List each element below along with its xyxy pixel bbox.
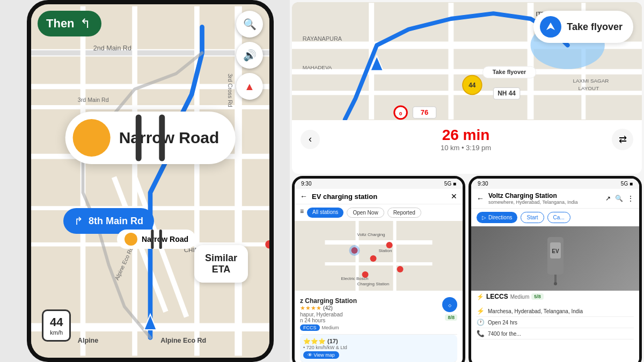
- route-options-button[interactable]: ⇄: [612, 129, 633, 150]
- directions-icon[interactable]: ⬦: [442, 297, 457, 312]
- phone1-status-bar: 9:30 5G ■: [295, 179, 463, 189]
- nav-info: ‹ 26 min 10 km • 3:19 pm ⇄: [292, 120, 642, 158]
- charging-station-list: z Charging Station ★★★★ (42) hapur, Hyde…: [295, 291, 463, 362]
- view-map-button[interactable]: 👁 View map: [303, 351, 339, 359]
- svg-text:LAXMI SAGAR: LAXMI SAGAR: [573, 78, 609, 84]
- phone1-time: 9:30: [301, 181, 311, 187]
- similar-eta-line2: ETA: [205, 264, 237, 275]
- leccs-name: LECCS: [486, 293, 508, 300]
- svg-point-60: [370, 255, 377, 262]
- travel-time-info: 26 min 10 km • 3:19 pm: [441, 127, 491, 152]
- back-button[interactable]: ‹: [301, 130, 320, 149]
- clock-icon: 🕐: [477, 319, 485, 326]
- svg-point-72: [554, 282, 557, 285]
- svg-point-64: [349, 245, 360, 256]
- svg-text:Alpine: Alpine: [78, 337, 98, 344]
- station-image: EV: [471, 226, 639, 291]
- station1-name: z Charging Station: [300, 297, 357, 305]
- call-button[interactable]: Ca...: [547, 212, 570, 223]
- phone2-signal: 5G ■: [621, 181, 633, 187]
- route-options-icon: ⇄: [619, 134, 627, 145]
- phone2-status-bar: 9:30 5G ■: [471, 179, 639, 189]
- detail-hours: Open 24 hrs: [488, 320, 517, 326]
- phone2-topbar: ← Voltz Charging Station somewhere, Hyde…: [471, 189, 639, 209]
- station1-badge: FCCS: [300, 324, 320, 331]
- filter-icon: ≡: [300, 208, 304, 218]
- bolt-icon: ⚡: [477, 293, 484, 300]
- svg-text:Voltz Charging: Voltz Charging: [357, 232, 385, 237]
- phone1-close-button[interactable]: ✕: [451, 192, 457, 201]
- svg-text:76: 76: [421, 108, 428, 116]
- similar-eta-line1: Similar: [205, 253, 237, 264]
- station1-hours: n 24 hours: [300, 317, 357, 323]
- nav-map: NH 44 44 Take flyover RAYANAPURA MAHADEV…: [292, 2, 642, 120]
- more-icon[interactable]: ⋮: [627, 195, 634, 202]
- ev-charging-phone: 9:30 5G ■ ← EV charging station ✕ ≡ All …: [292, 176, 465, 362]
- phone1-title: EV charging station: [312, 193, 447, 201]
- svg-point-61: [386, 242, 393, 248]
- speed-value: 44: [50, 315, 63, 329]
- station1-address: hapur, Hyderabad: [300, 312, 357, 317]
- narrow-marker-icon: [125, 233, 137, 246]
- flyover-label: Take flyover: [567, 21, 623, 33]
- left-panel: 2nd Main Rd 3rd Main Rd Alpine Eco Rd Al…: [0, 0, 290, 362]
- detail-row-phone: 📞 7400 for the...: [477, 328, 634, 339]
- chip-open-now[interactable]: Open Now: [347, 208, 384, 218]
- main-map: 2nd Main Rd 3rd Main Rd Alpine Eco Rd Al…: [31, 4, 269, 358]
- directions-button[interactable]: ▷ Directions: [477, 212, 517, 223]
- share-icon[interactable]: ↗: [605, 195, 611, 202]
- flyover-banner: Take flyover: [533, 11, 633, 43]
- availability-badge: 8/8: [445, 314, 457, 321]
- svg-text:0: 0: [399, 110, 402, 116]
- direction-turn-icon: ↱: [74, 215, 83, 227]
- start-button[interactable]: Start: [521, 212, 544, 223]
- narrow-road-map-marker: Narrow Road: [117, 230, 196, 249]
- phone1-back-button[interactable]: ←: [300, 192, 308, 201]
- phone2-time: 9:30: [478, 181, 488, 187]
- charging-item-2[interactable]: ⭐⭐⭐ (17) • 720 km/h/kW & Ltd 👁 View map: [300, 335, 457, 362]
- sound-button[interactable]: 🔊: [236, 42, 263, 69]
- charging-item-1[interactable]: z Charging Station ★★★★ (42) hapur, Hyde…: [300, 294, 457, 335]
- detail-address: Marchesa, Hyderabad, Telangana, India: [488, 308, 583, 314]
- svg-text:RAYANAPURA: RAYANAPURA: [303, 35, 342, 42]
- leccs-availability: 5/8: [531, 293, 544, 300]
- ev-charging-screen: 9:30 5G ■ ← EV charging station ✕ ≡ All …: [295, 179, 463, 362]
- speed-badge: 44 km/h: [42, 309, 71, 342]
- phone1-signal: 5G ■: [444, 181, 456, 187]
- detail-phone: 7400 for the...: [488, 331, 521, 337]
- search-button[interactable]: 🔍: [236, 11, 263, 38]
- compass-button[interactable]: ▲: [236, 73, 263, 100]
- map-svg: 2nd Main Rd 3rd Main Rd Alpine Eco Rd Al…: [31, 4, 269, 358]
- voltz-charging-phone: 9:30 5G ■ ← Voltz Charging Station somew…: [469, 176, 642, 362]
- voltz-charging-screen: 9:30 5G ■ ← Voltz Charging Station somew…: [471, 179, 639, 362]
- direction-road-label: 8th Main Rd: [89, 216, 143, 227]
- voltz-station-sub: somewhere, Hyderabad, Telangana, India: [488, 200, 601, 205]
- right-panel: NH 44 44 Take flyover RAYANAPURA MAHADEV…: [290, 0, 644, 362]
- detail-row-address: ⚡ Marchesa, Hyderabad, Telangana, India: [477, 306, 634, 317]
- map-controls: 🔍 🔊 ▲: [236, 11, 263, 100]
- station1-stars: ★★★★ (42): [300, 305, 357, 312]
- compass-icon: ▲: [244, 80, 255, 93]
- svg-text:44: 44: [469, 82, 476, 89]
- leccs-level: Medium: [510, 294, 530, 300]
- chip-reported[interactable]: Reported: [387, 208, 421, 218]
- station2-placeholder: ⭐⭐⭐ (17): [303, 338, 454, 345]
- svg-text:LAYOUT: LAYOUT: [578, 85, 599, 91]
- main-phone-mockup: 2nd Main Rd 3rd Main Rd Alpine Eco Rd Al…: [27, 0, 274, 362]
- travel-time: 26 min: [441, 127, 491, 144]
- filter-chips: ≡ All stations Open Now Reported: [295, 204, 463, 221]
- chip-all-stations[interactable]: All stations: [307, 208, 343, 218]
- similar-eta-box: Similar ETA: [194, 245, 248, 283]
- search-icon-phone2[interactable]: 🔍: [615, 195, 623, 202]
- back-icon: ‹: [309, 134, 312, 145]
- detail-row-hours: 🕐 Open 24 hrs: [477, 317, 634, 328]
- svg-text:3rd Main Rd: 3rd Main Rd: [78, 97, 109, 103]
- flyover-icon: [540, 16, 561, 38]
- directions-icon: ▷: [482, 215, 486, 220]
- svg-text:Take flyover: Take flyover: [493, 69, 526, 75]
- svg-text:Electric Bosch: Electric Bosch: [341, 276, 369, 281]
- station2-addr: • 720 km/h/kW & Ltd: [303, 345, 454, 350]
- phone2-back-button[interactable]: ←: [477, 194, 484, 203]
- station-action-buttons: ▷ Directions Start Ca...: [471, 209, 639, 226]
- svg-text:NH 44: NH 44: [497, 90, 516, 97]
